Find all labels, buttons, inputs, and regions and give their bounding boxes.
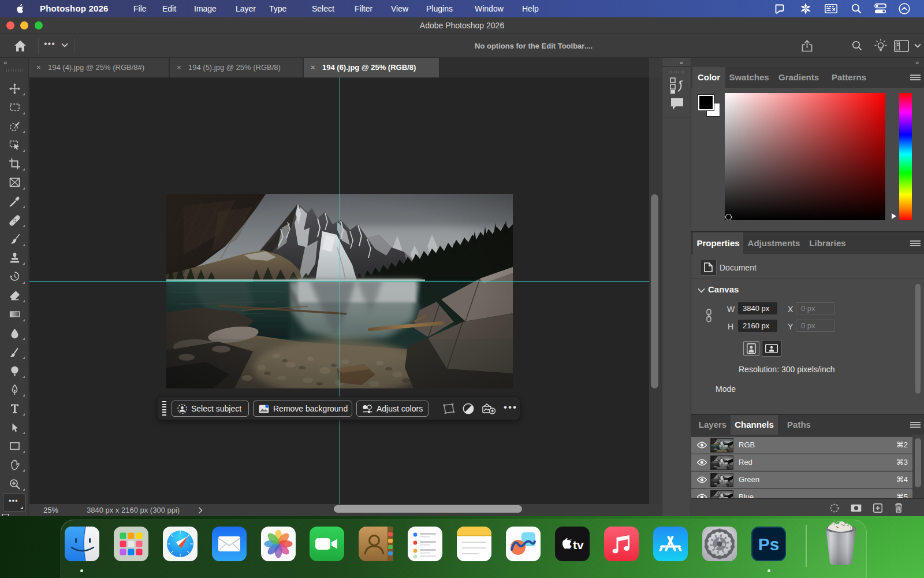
svg-text:tv: tv — [573, 538, 584, 551]
svg-text:Ps: Ps — [758, 535, 780, 554]
